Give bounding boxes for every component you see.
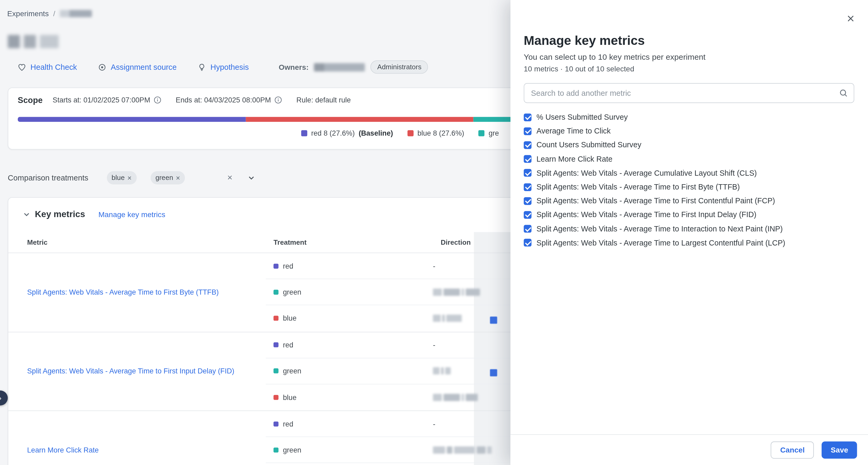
treatment-bar-segment-blue [246, 117, 473, 122]
metric-link[interactable]: Split Agents: Web Vitals - Average Time … [27, 366, 234, 376]
target-icon [98, 63, 106, 71]
treatment-cell: blue [266, 314, 425, 322]
metric-cell: Learn More Click Rate [8, 411, 266, 465]
checkbox-checked-icon[interactable] [524, 155, 531, 163]
comparison-chips: blue×green× [101, 171, 185, 184]
save-button[interactable]: Save [822, 441, 857, 459]
legend-swatch [478, 130, 485, 136]
metric-label: Split Agents: Web Vitals - Average Time … [536, 239, 785, 247]
redacted-block [466, 289, 480, 296]
treatment-color-dot [274, 342, 279, 347]
metric-checkbox-item[interactable]: Learn More Click Rate [524, 152, 854, 166]
chip-label: green [155, 174, 173, 181]
comparison-treatments-select[interactable]: blue×green× × [101, 168, 261, 187]
checkbox-checked-icon[interactable] [524, 225, 531, 233]
metric-search-input[interactable] [524, 83, 854, 103]
metric-label: Split Agents: Web Vitals - Average Cumul… [536, 169, 757, 177]
checkbox-checked-icon[interactable] [524, 127, 531, 135]
collapse-chevron-icon[interactable] [23, 210, 31, 218]
redacted-block [462, 394, 464, 401]
redacted-page-title [8, 35, 59, 48]
treatment-color-dot [274, 368, 279, 373]
redacted-block [445, 367, 451, 375]
metric-checkbox-item[interactable]: Average Time to Click [524, 124, 854, 138]
comparison-treatments-row: Comparison treatments blue×green× × [8, 168, 261, 187]
metric-label: Split Agents: Web Vitals - Average Time … [536, 183, 740, 191]
metric-checkbox-item[interactable]: Split Agents: Web Vitals - Average Time … [524, 236, 854, 250]
scope-rule: Rule: default rule [296, 96, 351, 104]
redacted-block [433, 315, 441, 322]
info-icon[interactable] [275, 96, 282, 104]
legend-swatch [407, 130, 413, 136]
checkbox-checked-icon[interactable] [524, 211, 531, 219]
legend-label: red 8 (27.6%) [311, 129, 355, 137]
treatment-name: red [283, 341, 293, 349]
checkbox-checked-icon[interactable] [524, 141, 531, 149]
metric-label: Learn More Click Rate [536, 155, 612, 163]
chevron-down-icon[interactable] [247, 174, 255, 181]
info-icon[interactable] [154, 96, 161, 104]
redacted-block [447, 446, 452, 454]
redacted-block [446, 315, 462, 322]
treatment-color-dot [274, 290, 279, 295]
metric-checkbox-item[interactable]: Split Agents: Web Vitals - Average Time … [524, 180, 854, 194]
health-check-link[interactable]: Health Check [18, 63, 77, 71]
scope-legend: red 8 (27.6%)(Baseline)blue 8 (27.6%)gre [301, 129, 499, 137]
close-icon[interactable] [845, 13, 856, 24]
legend-item: gre [478, 129, 499, 137]
checkbox-checked-icon[interactable] [524, 239, 531, 246]
redacted-value [433, 315, 462, 322]
metric-checkbox-item[interactable]: Split Agents: Web Vitals - Average Time … [524, 208, 854, 222]
treatment-cell: green [266, 446, 425, 454]
redacted-block [433, 446, 445, 454]
treatment-color-dot [274, 316, 279, 321]
administrators-badge: Administrators [371, 60, 428, 74]
redacted-block [477, 446, 486, 454]
metric-checkbox-item[interactable]: Split Agents: Web Vitals - Average Cumul… [524, 166, 854, 180]
treatment-chip-blue[interactable]: blue× [106, 171, 136, 184]
treatment-color-dot [274, 421, 279, 426]
treatment-chip-green[interactable]: green× [150, 171, 185, 184]
app: Experiments / Health Check Assignment so… [0, 0, 868, 465]
assignment-source-link[interactable]: Assignment source [98, 63, 177, 71]
metric-checkbox-item[interactable]: Split Agents: Web Vitals - Average Time … [524, 222, 854, 236]
metric-checkbox-item[interactable]: Split Agents: Web Vitals - Average Time … [524, 194, 854, 208]
legend-baseline-label: (Baseline) [359, 129, 393, 137]
redacted-block [433, 367, 440, 375]
redacted-experiment-name [60, 10, 92, 17]
owners-section: Owners: Administrators [279, 60, 428, 74]
direction-value: - [433, 262, 435, 270]
cancel-button[interactable]: Cancel [771, 441, 814, 459]
redacted-value [433, 288, 480, 296]
checkbox-checked-icon[interactable] [524, 183, 531, 191]
metric-checkbox-item[interactable]: % Users Submitted Survey [524, 110, 854, 124]
metric-label: Split Agents: Web Vitals - Average Time … [536, 197, 775, 205]
treatment-color-dot [274, 264, 279, 269]
checkbox-checked-icon[interactable] [524, 113, 531, 121]
chip-remove-icon[interactable]: × [127, 174, 131, 181]
direction-value: - [433, 341, 435, 349]
redacted-block [443, 289, 460, 296]
treatment-name: red [283, 419, 293, 428]
legend-label: gre [489, 129, 499, 137]
redacted-marker [490, 317, 497, 324]
sidebar-expand-button[interactable]: › [0, 390, 8, 405]
metric-link[interactable]: Split Agents: Web Vitals - Average Time … [27, 287, 219, 297]
chip-remove-icon[interactable]: × [176, 174, 180, 181]
lightbulb-icon [198, 63, 206, 71]
hypothesis-link[interactable]: Hypothesis [198, 63, 249, 71]
comparison-treatments-label: Comparison treatments [8, 173, 88, 182]
checkbox-checked-icon[interactable] [524, 169, 531, 177]
manage-key-metrics-link[interactable]: Manage key metrics [98, 210, 165, 219]
checkbox-checked-icon[interactable] [524, 197, 531, 205]
legend-item: blue 8 (27.6%) [407, 129, 464, 137]
column-header-treatment: Treatment [266, 238, 433, 246]
metric-link[interactable]: Learn More Click Rate [27, 445, 99, 455]
breadcrumb-experiments-link[interactable]: Experiments [7, 9, 49, 18]
heart-icon [18, 63, 26, 71]
search-icon [839, 88, 848, 98]
metric-checkbox-item[interactable]: Count Users Submitted Survey [524, 138, 854, 152]
treatment-name: blue [283, 393, 296, 402]
clear-selection-icon[interactable]: × [227, 173, 232, 182]
redacted-block [462, 289, 464, 296]
